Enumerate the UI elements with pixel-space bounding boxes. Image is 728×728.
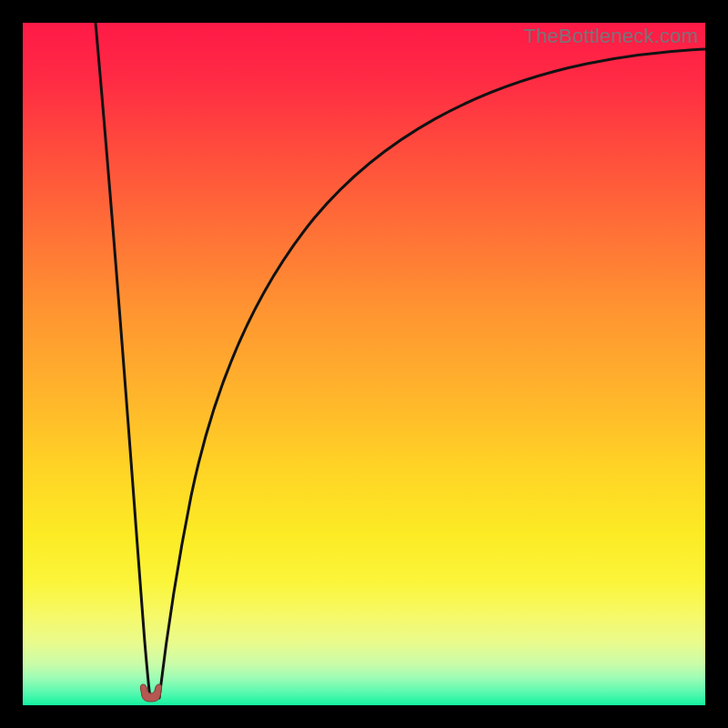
curve-right-branch xyxy=(159,49,705,698)
curve-left-branch xyxy=(96,23,150,698)
bottleneck-curve xyxy=(23,23,705,705)
chart-frame: TheBottleneck.com xyxy=(23,23,705,705)
